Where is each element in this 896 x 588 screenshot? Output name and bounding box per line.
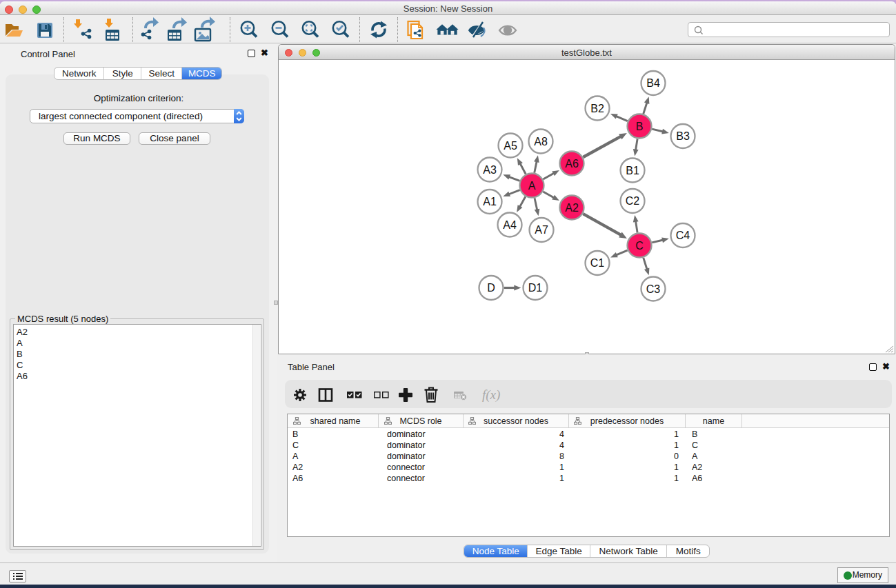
svg-text:f(x): f(x) (482, 387, 500, 403)
svg-text:B3: B3 (676, 130, 690, 142)
svg-text:A7: A7 (535, 224, 548, 236)
svg-text:D1: D1 (528, 282, 543, 294)
svg-text:B2: B2 (590, 103, 604, 114)
svg-text:A6: A6 (565, 158, 579, 170)
svg-text:C3: C3 (646, 283, 661, 295)
svg-text:A1: A1 (483, 196, 497, 207)
svg-text:C: C (635, 240, 644, 252)
svg-text:D: D (487, 282, 495, 294)
svg-text:B1: B1 (626, 165, 639, 176)
svg-text:C1: C1 (590, 257, 605, 269)
svg-text:A2: A2 (565, 202, 579, 214)
svg-text:B4: B4 (646, 77, 660, 89)
svg-text:A4: A4 (503, 219, 517, 231)
svg-text:A8: A8 (534, 136, 548, 148)
svg-text:A: A (528, 180, 536, 192)
svg-text:A3: A3 (483, 164, 497, 176)
svg-text:A5: A5 (504, 140, 517, 152)
svg-text:C2: C2 (626, 195, 640, 207)
svg-text:C4: C4 (676, 230, 690, 241)
svg-text:B: B (636, 121, 644, 132)
